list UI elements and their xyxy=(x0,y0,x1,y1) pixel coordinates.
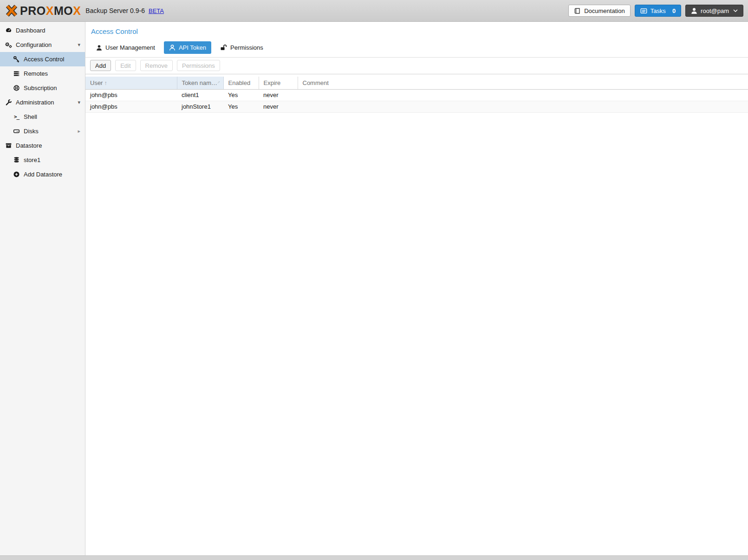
user-label: root@pam xyxy=(701,7,729,14)
sort-ascending-icon: ↑ xyxy=(104,80,107,86)
cell-user: john@pbs xyxy=(85,101,177,112)
plus-circle-icon xyxy=(13,171,20,178)
sidebar-item-shell[interactable]: >_ Shell xyxy=(0,110,85,124)
user-icon xyxy=(96,45,102,51)
cell-comment xyxy=(298,89,748,101)
column-header-enabled[interactable]: Enabled xyxy=(223,77,259,89)
sidebar-item-label: Dashboard xyxy=(16,27,46,34)
column-label: Enabled xyxy=(228,79,251,86)
sidebar-nav: Dashboard Co xyxy=(0,22,85,555)
sidebar-item-store1[interactable]: store1 xyxy=(0,153,85,167)
cell-token-name: johnStore1 xyxy=(177,101,223,112)
gears-icon xyxy=(5,41,13,49)
sidebar-item-dashboard[interactable]: Dashboard xyxy=(0,23,85,38)
sidebar-item-add-datastore[interactable]: Add Datastore xyxy=(0,167,85,182)
database-icon xyxy=(13,156,20,164)
tab-bar: User Management API Token Permissions xyxy=(85,35,748,58)
caret-down-icon: ▾ xyxy=(78,99,80,105)
user-outline-icon xyxy=(169,44,176,51)
add-button[interactable]: Add xyxy=(90,60,111,71)
token-row[interactable]: john@pbs johnStore1 Yes never xyxy=(85,101,748,112)
sidebar-item-datastore[interactable]: Datastore xyxy=(0,138,85,153)
api-token-table: User↑ Token nam…↑ Enabled Expire Comment xyxy=(85,77,748,113)
sidebar-item-remotes[interactable]: Remotes xyxy=(0,66,85,81)
hdd-icon xyxy=(13,128,20,135)
tab-permissions[interactable]: Permissions xyxy=(215,41,268,54)
column-header-user[interactable]: User↑ xyxy=(85,77,177,89)
terminal-icon: >_ xyxy=(13,113,20,121)
edit-button[interactable]: Edit xyxy=(115,60,136,71)
sidebar-item-label: store1 xyxy=(24,156,40,163)
cell-enabled: Yes xyxy=(223,101,259,112)
tasks-label: Tasks xyxy=(650,7,666,14)
table-header-row: User↑ Token nam…↑ Enabled Expire Comment xyxy=(85,77,748,89)
sidebar-item-administration[interactable]: Administration ▾ xyxy=(0,95,85,110)
task-list-icon xyxy=(640,7,647,14)
cell-expire: never xyxy=(259,89,298,101)
window-bottom-edge xyxy=(0,555,748,560)
proxmox-logo: PROXMOX xyxy=(5,4,81,18)
logo-segment: X xyxy=(46,4,54,17)
logo-segment: X xyxy=(73,4,81,17)
life-ring-icon xyxy=(13,85,20,92)
remove-button[interactable]: Remove xyxy=(140,60,173,71)
column-header-expire[interactable]: Expire xyxy=(259,77,298,89)
column-label: User xyxy=(90,79,103,86)
product-title: Backup Server 0.9-6 xyxy=(85,7,145,14)
sidebar-item-label: Add Datastore xyxy=(24,171,62,178)
cell-enabled: Yes xyxy=(223,89,259,101)
permissions-button[interactable]: Permissions xyxy=(177,60,220,71)
column-label: Comment xyxy=(303,79,329,86)
tab-label: User Management xyxy=(105,44,155,51)
workspace: Dashboard Co xyxy=(0,22,748,555)
tab-label: API Token xyxy=(179,44,206,51)
sidebar-item-label: Configuration xyxy=(16,41,52,48)
archive-icon xyxy=(5,142,13,150)
grid-toolbar: Add Edit Remove Permissions xyxy=(85,58,748,74)
proxmox-logo-text: PROXMOX xyxy=(20,4,81,18)
tasks-button[interactable]: Tasks 0 xyxy=(635,5,681,17)
column-label: Expire xyxy=(264,79,281,86)
caret-right-icon: ▸ xyxy=(78,128,80,134)
tab-user-management[interactable]: User Management xyxy=(91,41,160,54)
sidebar-item-access-control[interactable]: Access Control xyxy=(0,52,85,66)
main-panel: Access Control User Management API Token xyxy=(85,22,748,555)
logo-segment: PRO xyxy=(20,4,46,17)
sidebar-item-disks[interactable]: Disks ▸ xyxy=(0,124,85,138)
sidebar-item-subscription[interactable]: Subscription xyxy=(0,81,85,95)
book-icon xyxy=(574,7,581,14)
page-title: Access Control xyxy=(85,22,748,35)
sidebar-item-label: Subscription xyxy=(24,85,57,91)
sidebar-item-configuration[interactable]: Configuration ▾ xyxy=(0,38,85,52)
tab-label: Permissions xyxy=(230,44,263,51)
column-header-comment[interactable]: Comment xyxy=(298,77,748,89)
unlock-icon xyxy=(220,44,227,51)
cell-expire: never xyxy=(259,101,298,112)
sidebar-item-label: Administration xyxy=(16,99,54,106)
documentation-button[interactable]: Documentation xyxy=(568,5,630,17)
cell-user: john@pbs xyxy=(85,89,177,101)
sidebar-item-label: Remotes xyxy=(24,70,48,77)
top-header-bar: PROXMOX Backup Server 0.9-6 BETA Documen… xyxy=(0,0,748,22)
caret-down-icon: ▾ xyxy=(78,42,80,48)
sidebar-item-label: Access Control xyxy=(24,56,64,63)
column-label: Token nam… xyxy=(182,79,218,86)
logo-segment: MO xyxy=(54,4,73,17)
chevron-down-icon xyxy=(733,9,738,12)
proxmox-x-icon xyxy=(5,4,19,18)
documentation-label: Documentation xyxy=(584,7,624,14)
sidebar-item-label: Disks xyxy=(24,128,39,135)
column-header-token-name[interactable]: Token nam…↑ xyxy=(177,77,223,89)
dashboard-icon xyxy=(5,27,13,34)
beta-link[interactable]: BETA xyxy=(149,7,164,14)
sidebar-item-label: Datastore xyxy=(16,142,42,149)
tab-api-token[interactable]: API Token xyxy=(164,41,211,54)
key-icon xyxy=(13,56,20,63)
tasks-count-badge: 0 xyxy=(672,7,676,14)
sidebar-item-label: Shell xyxy=(24,113,37,120)
wrench-icon xyxy=(5,99,13,106)
user-menu-button[interactable]: root@pam xyxy=(685,5,743,17)
cell-comment xyxy=(298,101,748,112)
proxmox-backup-app: PROXMOX Backup Server 0.9-6 BETA Documen… xyxy=(0,0,748,560)
token-row[interactable]: john@pbs client1 Yes never xyxy=(85,89,748,101)
